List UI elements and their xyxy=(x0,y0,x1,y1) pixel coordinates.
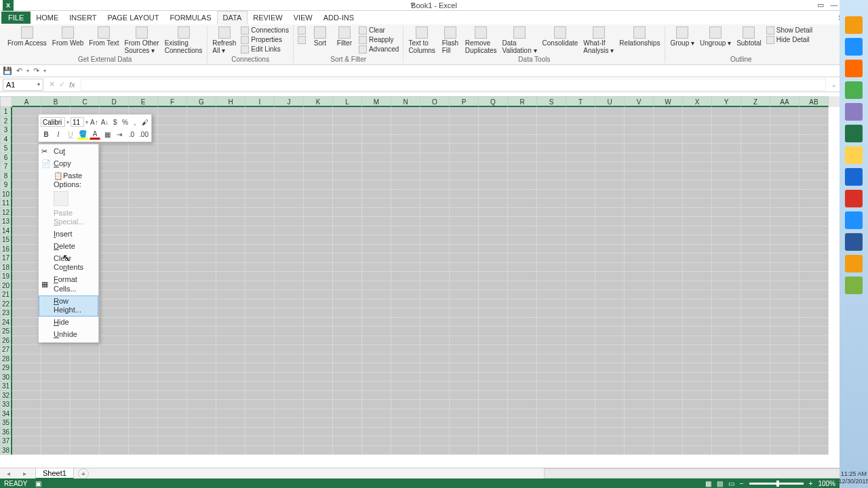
cell[interactable] xyxy=(508,400,537,409)
tab-home[interactable]: HOME xyxy=(31,12,64,24)
cell[interactable] xyxy=(625,180,654,190)
cell[interactable] xyxy=(625,162,654,171)
cell[interactable] xyxy=(450,190,479,199)
cell[interactable] xyxy=(508,300,537,309)
cell[interactable] xyxy=(12,391,41,401)
cell[interactable] xyxy=(479,391,508,401)
cell[interactable] xyxy=(245,117,275,126)
cell[interactable] xyxy=(654,263,683,272)
cell[interactable] xyxy=(41,409,71,419)
cell[interactable] xyxy=(158,446,187,455)
connections-button[interactable]: Connections xyxy=(239,26,290,35)
row-header-1[interactable]: 1 xyxy=(0,107,12,117)
cell[interactable] xyxy=(625,117,654,126)
cell[interactable] xyxy=(391,245,420,254)
cell[interactable] xyxy=(275,144,304,153)
properties-button[interactable]: Properties xyxy=(239,35,290,45)
cell[interactable] xyxy=(12,208,41,218)
cell[interactable] xyxy=(712,153,741,163)
cell[interactable] xyxy=(158,354,187,364)
cell[interactable] xyxy=(595,300,625,309)
cell[interactable] xyxy=(275,436,304,446)
cell[interactable] xyxy=(741,308,770,318)
cell[interactable] xyxy=(741,135,770,144)
cell[interactable] xyxy=(187,391,216,401)
column-header-B[interactable]: B xyxy=(41,96,71,107)
cell[interactable] xyxy=(595,336,625,346)
cell[interactable] xyxy=(800,171,829,181)
column-header-Z[interactable]: Z xyxy=(741,96,770,107)
font-color-icon[interactable]: A xyxy=(90,129,100,140)
cell[interactable] xyxy=(391,382,420,391)
cell[interactable] xyxy=(566,400,595,409)
bold-icon[interactable]: B xyxy=(41,129,52,140)
cell[interactable] xyxy=(537,418,566,428)
cell[interactable] xyxy=(420,373,450,382)
cell[interactable] xyxy=(595,117,625,126)
cell[interactable] xyxy=(654,308,683,318)
cell[interactable] xyxy=(712,391,741,401)
cell[interactable] xyxy=(712,190,741,199)
cell[interactable] xyxy=(362,290,391,300)
enter-formula-icon[interactable]: ✓ xyxy=(59,80,65,89)
subtotal-button[interactable]: Subtotal xyxy=(734,26,764,47)
column-header-L[interactable]: L xyxy=(333,96,362,107)
cell[interactable] xyxy=(537,144,566,153)
mini-size-dropdown-icon[interactable]: ▾ xyxy=(85,119,88,125)
cell[interactable] xyxy=(770,400,800,409)
cell[interactable] xyxy=(333,263,362,272)
cell[interactable] xyxy=(683,226,712,236)
row-header-12[interactable]: 12 xyxy=(0,208,12,218)
cell[interactable] xyxy=(187,300,216,309)
cell[interactable] xyxy=(800,308,829,318)
cell[interactable] xyxy=(479,171,508,181)
cell[interactable] xyxy=(566,226,595,236)
cell[interactable] xyxy=(391,199,420,208)
cell[interactable] xyxy=(362,217,391,226)
cell[interactable] xyxy=(566,290,595,300)
cell[interactable] xyxy=(800,180,829,190)
cell[interactable] xyxy=(654,107,683,117)
cell[interactable] xyxy=(420,226,450,236)
cell[interactable] xyxy=(333,162,362,171)
row-header-7[interactable]: 7 xyxy=(0,162,12,171)
cell[interactable] xyxy=(683,382,712,391)
cell[interactable] xyxy=(712,272,741,281)
cell[interactable] xyxy=(245,318,275,327)
cell[interactable] xyxy=(216,300,245,309)
cell[interactable] xyxy=(333,235,362,245)
cell[interactable] xyxy=(158,171,187,181)
cell[interactable] xyxy=(362,235,391,245)
cell[interactable] xyxy=(595,363,625,373)
cell[interactable] xyxy=(41,382,71,391)
cell[interactable] xyxy=(245,336,275,346)
cell[interactable] xyxy=(129,400,158,409)
cell[interactable] xyxy=(741,300,770,309)
cell[interactable] xyxy=(100,171,129,181)
cell[interactable] xyxy=(420,436,450,446)
cell[interactable] xyxy=(508,428,537,437)
cell[interactable] xyxy=(712,171,741,181)
cell[interactable] xyxy=(333,144,362,153)
whatif-button[interactable]: What-If Analysis ▾ xyxy=(581,26,616,55)
cell[interactable] xyxy=(333,272,362,281)
cell[interactable] xyxy=(275,373,304,382)
cell[interactable] xyxy=(508,153,537,163)
cell[interactable] xyxy=(158,400,187,409)
cell[interactable] xyxy=(508,409,537,419)
cell[interactable] xyxy=(566,217,595,226)
cell[interactable] xyxy=(625,125,654,135)
cell[interactable] xyxy=(362,391,391,401)
cell[interactable] xyxy=(625,235,654,245)
cell[interactable] xyxy=(216,117,245,126)
cell[interactable] xyxy=(333,373,362,382)
cell[interactable] xyxy=(479,318,508,327)
cell[interactable] xyxy=(129,428,158,437)
cell[interactable] xyxy=(333,226,362,236)
cell[interactable] xyxy=(187,318,216,327)
cell[interactable] xyxy=(654,217,683,226)
cell[interactable] xyxy=(12,226,41,236)
taskbar-app-icon[interactable] xyxy=(845,277,863,294)
column-header-N[interactable]: N xyxy=(391,96,420,107)
cell[interactable] xyxy=(187,446,216,455)
